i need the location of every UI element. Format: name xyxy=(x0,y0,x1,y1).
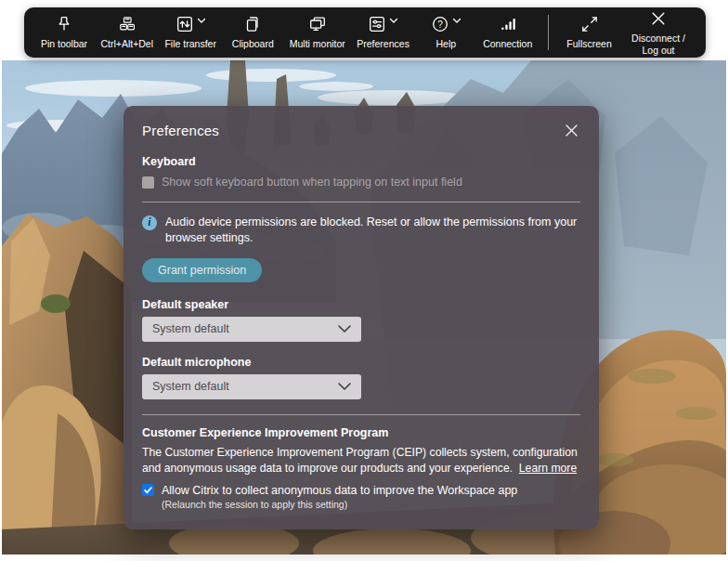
ceip-checkbox-row[interactable]: Allow Citrix to collect anonymous data t… xyxy=(142,484,580,497)
toolbar-label: Preferences xyxy=(357,38,410,50)
help-icon: ? xyxy=(431,15,449,33)
dialog-title: Preferences xyxy=(142,123,219,138)
soft-keyboard-checkbox-row[interactable]: Show soft keyboard button when tapping o… xyxy=(142,176,580,189)
toolbar-button-multi-monitor[interactable]: Multi monitor xyxy=(290,15,345,50)
chevron-down-icon xyxy=(338,383,351,390)
toolbar-divider xyxy=(548,15,549,50)
toolbar-label: Ctrl+Alt+Del xyxy=(100,38,153,50)
chevron-down-icon xyxy=(452,18,462,24)
default-microphone-value: System default xyxy=(152,380,229,393)
ceip-checkbox-label: Allow Citrix to collect anonymous data t… xyxy=(162,484,517,497)
toolbar-label: Pin toolbar xyxy=(41,38,87,50)
ceip-description-text: The Customer Experience Improvement Prog… xyxy=(142,446,578,475)
preferences-icon xyxy=(368,15,386,33)
relaunch-note: (Relaunch the session to apply this sett… xyxy=(162,499,580,510)
toolbar-label: Disconnect / Log out xyxy=(626,33,691,56)
chevron-down-icon xyxy=(197,18,206,24)
file-transfer-icon xyxy=(176,15,194,33)
chevron-down-icon xyxy=(338,325,351,333)
close-icon xyxy=(565,124,578,137)
default-speaker-value: System default xyxy=(152,322,229,335)
toolbar-button-connection[interactable]: Connection xyxy=(483,15,533,50)
default-microphone-select[interactable]: System default xyxy=(142,374,361,399)
toolbar-button-ctrl-alt-del[interactable]: Ctrl+Alt+Del xyxy=(100,15,153,50)
default-speaker-select[interactable]: System default xyxy=(142,317,361,342)
svg-text:?: ? xyxy=(437,20,443,30)
ceip-heading: Customer Experience Improvement Program xyxy=(142,426,580,439)
connection-icon xyxy=(499,15,517,33)
soft-keyboard-checkbox[interactable] xyxy=(142,176,154,189)
audio-permission-message: Audio device permissions are blocked. Re… xyxy=(165,215,580,246)
clipboard-icon xyxy=(243,15,262,33)
toolbar-button-fullscreen[interactable]: Fullscreen xyxy=(565,15,615,50)
toolbar-label: Clipboard xyxy=(232,38,274,50)
keyboard-section-heading: Keyboard xyxy=(142,155,580,168)
toolbar-label: File transfer xyxy=(164,38,215,50)
chevron-down-icon xyxy=(389,18,398,24)
soft-keyboard-checkbox-label: Show soft keyboard button when tapping o… xyxy=(162,176,462,189)
toolbar-label: Fullscreen xyxy=(566,38,611,50)
close-button[interactable] xyxy=(563,122,580,139)
multi-monitor-icon xyxy=(308,15,327,33)
toolbar-button-disconnect[interactable]: Disconnect / Log out xyxy=(626,9,691,56)
preferences-dialog: Preferences Keyboard Show soft keyboard … xyxy=(124,106,599,529)
section-divider xyxy=(142,414,580,415)
audio-permission-info: i Audio device permissions are blocked. … xyxy=(142,215,580,246)
default-microphone-label: Default microphone xyxy=(142,356,580,369)
toolbar-label: Help xyxy=(436,38,457,50)
toolbar-button-preferences[interactable]: Preferences xyxy=(357,15,410,50)
toolbar-label: Multi monitor xyxy=(290,38,345,50)
info-icon: i xyxy=(142,215,157,230)
ceip-description: The Customer Experience Improvement Prog… xyxy=(142,445,580,476)
fullscreen-icon xyxy=(580,15,599,33)
toolbar-label: Connection xyxy=(483,38,532,50)
toolbar-button-pin-toolbar[interactable]: Pin toolbar xyxy=(39,15,89,50)
toolbar-button-help[interactable]: ? Help xyxy=(421,15,471,50)
grant-permission-button[interactable]: Grant permission xyxy=(142,258,262,282)
toolbar-button-file-transfer[interactable]: File transfer xyxy=(164,15,215,50)
toolbar-button-clipboard[interactable]: Clipboard xyxy=(228,15,278,50)
pin-icon xyxy=(55,15,73,33)
check-icon xyxy=(143,485,153,495)
default-speaker-label: Default speaker xyxy=(142,298,580,311)
disconnect-icon xyxy=(649,9,668,28)
learn-more-link[interactable]: Learn more xyxy=(519,462,577,475)
ctrl-alt-del-icon xyxy=(118,15,136,33)
session-toolbar: Pin toolbar Ctrl+Alt+Del F xyxy=(24,7,706,58)
ceip-checkbox[interactable] xyxy=(142,484,154,496)
section-divider xyxy=(142,202,580,202)
